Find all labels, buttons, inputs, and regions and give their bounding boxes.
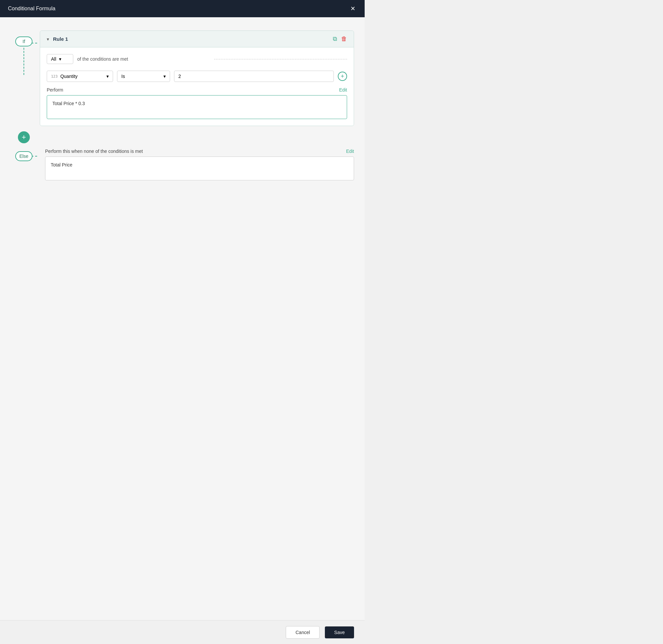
footer: Cancel Save bbox=[0, 620, 365, 644]
else-content: Perform this when none of the conditions… bbox=[45, 149, 354, 180]
add-condition-button[interactable]: + bbox=[338, 72, 347, 81]
else-formula-box: Total Price bbox=[45, 157, 354, 180]
perform-formula-box: Total Price * 0.3 bbox=[47, 95, 347, 119]
cancel-button[interactable]: Cancel bbox=[286, 626, 320, 639]
field-label: Quantity bbox=[60, 74, 77, 79]
collapse-icon[interactable]: ▾ bbox=[47, 37, 49, 42]
all-select-chevron: ▾ bbox=[59, 57, 61, 62]
else-description: Perform this when none of the conditions… bbox=[45, 149, 143, 154]
else-badge: Else bbox=[15, 151, 32, 161]
rule-title: Rule 1 bbox=[53, 36, 68, 42]
rule-header: ▾ Rule 1 ⧉ 🗑 bbox=[40, 31, 354, 47]
else-header: Perform this when none of the conditions… bbox=[45, 149, 354, 154]
dialog-title: Conditional Formula bbox=[8, 6, 55, 12]
condition-row: 123 Quantity ▾ Is ▾ + bbox=[47, 71, 347, 82]
conditions-label: of the conditions are met bbox=[77, 57, 210, 62]
conditions-separator bbox=[214, 59, 347, 59]
perform-formula: Total Price * 0.3 bbox=[52, 101, 85, 106]
else-row: Else Perform this when none of the condi… bbox=[10, 149, 354, 180]
operator-chevron-icon: ▾ bbox=[163, 74, 166, 79]
condition-value-input[interactable] bbox=[174, 71, 334, 82]
else-formula: Total Price bbox=[51, 162, 72, 168]
flow-container: If ▾ Rule 1 ⧉ 🗑 bbox=[10, 30, 354, 180]
perform-section: Perform Edit Total Price * 0.3 bbox=[47, 87, 347, 119]
copy-rule-icon[interactable]: ⧉ bbox=[333, 36, 337, 42]
if-badge: If bbox=[15, 37, 32, 46]
all-select[interactable]: All ▾ bbox=[47, 54, 73, 64]
field-chevron-icon: ▾ bbox=[107, 74, 109, 79]
conditions-header: All ▾ of the conditions are met bbox=[47, 54, 347, 64]
field-selector[interactable]: 123 Quantity ▾ bbox=[47, 71, 113, 82]
delete-rule-icon[interactable]: 🗑 bbox=[341, 36, 347, 42]
perform-label: Perform bbox=[47, 87, 63, 92]
perform-header: Perform Edit bbox=[47, 87, 347, 92]
close-button[interactable]: ✕ bbox=[349, 4, 357, 13]
save-button[interactable]: Save bbox=[325, 626, 354, 638]
operator-selector[interactable]: Is ▾ bbox=[117, 71, 170, 82]
main-content: If ▾ Rule 1 ⧉ 🗑 bbox=[0, 17, 365, 620]
perform-edit-link[interactable]: Edit bbox=[339, 87, 347, 92]
rule-card: ▾ Rule 1 ⧉ 🗑 All ▾ bbox=[40, 30, 354, 126]
title-bar: Conditional Formula ✕ bbox=[0, 0, 365, 17]
field-type-icon: 123 bbox=[51, 74, 58, 79]
else-edit-link[interactable]: Edit bbox=[346, 149, 354, 154]
operator-label: Is bbox=[121, 74, 125, 79]
add-rule-button[interactable]: + bbox=[18, 131, 30, 143]
rule-body: All ▾ of the conditions are met 123 Quan… bbox=[40, 47, 354, 126]
